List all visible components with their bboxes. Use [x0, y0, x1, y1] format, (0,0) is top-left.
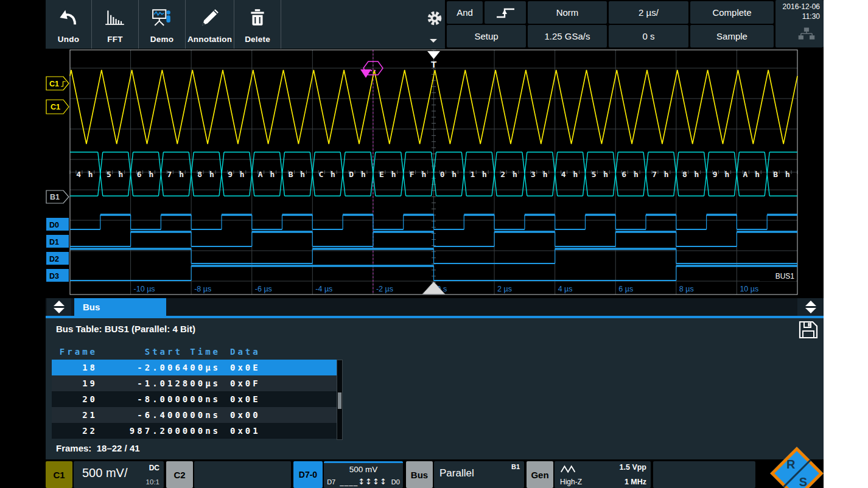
acquire-mode-cell[interactable]: Sample: [690, 25, 774, 47]
logo-letter-s: S: [799, 475, 807, 488]
bus-value-label: 8 h: [197, 170, 215, 179]
time-axis-label: 10 µs: [740, 285, 758, 293]
tab-collapse-button-left[interactable]: [47, 298, 71, 316]
bus-badge: B1: [511, 463, 520, 470]
bus-settings[interactable]: Parallel B1: [434, 461, 524, 488]
bus-value-label: 5 h: [107, 170, 124, 179]
bus-value-label: F h: [410, 170, 427, 179]
bus-value-label: 8 h: [682, 170, 700, 179]
gen-impedance: High-Z: [560, 478, 582, 486]
bus-table: FrameStart TimeData18-2.006400µs0x0E19-1…: [52, 344, 343, 439]
undo-button[interactable]: Undo: [46, 0, 92, 49]
time-axis-label: 4 µs: [558, 285, 573, 293]
horizontal-position-cell[interactable]: 0 s: [609, 25, 688, 47]
c2-settings[interactable]: [194, 461, 291, 488]
tab-bus[interactable]: Bus: [74, 298, 166, 316]
channel-status-bar: C1 500 mV/ DC 10:1 C2 D7-0 500 mV D7 ___…: [0, 461, 824, 488]
gen-button[interactable]: Gen: [527, 461, 553, 488]
table-row[interactable]: 19-1.012800µs0x0F: [52, 375, 343, 391]
waveform-display[interactable]: 4 h5 h6 h7 h8 h9 hA hB hC hD hE hF h0 h1…: [0, 49, 824, 297]
time-label: 11:30: [802, 12, 820, 22]
settings-gear-button[interactable]: [426, 10, 443, 28]
bus-value-label: A h: [743, 170, 761, 179]
bus-value-label: 1 h: [470, 170, 488, 179]
undo-icon: [46, 7, 91, 29]
trigger-logic-label: And: [457, 7, 473, 18]
svg-text:C1: C1: [51, 103, 60, 111]
result-tab-bar: Bus: [0, 297, 824, 318]
time-axis-label: 2 µs: [497, 285, 512, 293]
svg-text:C1: C1: [49, 80, 59, 88]
time-axis-label: -2 µs: [376, 285, 393, 293]
table-row[interactable]: 20-8.000000ns0x0E: [52, 391, 343, 407]
bus-button[interactable]: Bus: [406, 461, 433, 488]
fft-spectrum-icon: [92, 7, 138, 28]
bus-table-title: Bus Table: BUS1 (Parallel: 4 Bit): [56, 324, 195, 334]
toolbar-expand-caret-icon[interactable]: [430, 39, 437, 43]
bus-value-label: C h: [318, 170, 336, 179]
trigger-slope-cell[interactable]: [485, 1, 526, 24]
trigger-logic-cell[interactable]: And: [447, 1, 483, 24]
sample-rate-label: 1.25 GSa/s: [544, 31, 590, 41]
fft-label: FFT: [107, 35, 122, 44]
bus-value-label: B h: [773, 170, 791, 179]
bus-value-label: 4 h: [76, 170, 94, 179]
time-axis-label: -4 µs: [315, 285, 332, 293]
timebase-cell[interactable]: 2 µs/: [609, 1, 688, 24]
save-floppy-icon: [798, 320, 819, 340]
c1-settings[interactable]: 500 mV/ DC 10:1: [74, 461, 164, 488]
c1-coupling: DC: [149, 464, 159, 472]
table-row[interactable]: 22987.200000ns0x01: [52, 423, 343, 439]
sample-rate-cell[interactable]: 1.25 GSa/s: [528, 25, 607, 47]
bus-value-label: 3 h: [531, 170, 548, 179]
fft-button[interactable]: FFT: [92, 0, 139, 49]
timebase-label: 2 µs/: [639, 7, 659, 18]
acquire-mode-label: Sample: [716, 31, 747, 41]
tab-collapse-button-right[interactable]: [797, 298, 824, 316]
demo-button[interactable]: Demo: [139, 0, 186, 49]
svg-text:D0: D0: [49, 221, 59, 229]
gen-amplitude: 1.5 Vpp: [620, 463, 646, 472]
bus-name-label: BUS1: [775, 272, 795, 281]
table-scrollbar-thumb[interactable]: [338, 392, 341, 409]
bus-type: Parallel: [439, 467, 474, 479]
table-scrollbar[interactable]: [337, 360, 343, 440]
svg-text:D1: D1: [49, 238, 59, 246]
svg-text:D2: D2: [49, 255, 59, 263]
undo-label: Undo: [58, 35, 79, 44]
d70-settings[interactable]: 500 mV D7 ____↕↕↕↕ D0: [324, 461, 403, 488]
arrow-up-icon: [805, 301, 816, 306]
bus-value-label: 5 h: [592, 170, 609, 179]
c2-channel-button[interactable]: C2: [166, 461, 193, 488]
arrow-down-icon: [54, 308, 65, 313]
bus-value-label: 6 h: [621, 170, 639, 179]
gen-settings[interactable]: 1.5 Vpp High-Z 1 MHz: [555, 461, 651, 488]
arrow-up-icon: [54, 301, 65, 306]
delete-button[interactable]: Delete: [234, 0, 281, 49]
trigger-mode-cell[interactable]: Norm: [528, 1, 607, 24]
time-axis-label: 6 µs: [618, 285, 633, 293]
time-axis-label: -8 µs: [194, 285, 211, 293]
acquisition-status-cell[interactable]: Complete: [690, 1, 774, 24]
c1-label: C1: [53, 470, 65, 480]
gear-icon: [426, 10, 443, 27]
d70-scale: 500 mV: [324, 465, 403, 474]
c1-channel-button[interactable]: C1: [46, 461, 72, 488]
delete-trash-icon: [234, 7, 281, 28]
annotation-label: Annotation: [187, 35, 232, 44]
rising-edge-icon: [492, 5, 519, 21]
empty-status-slot: [653, 461, 755, 488]
table-row[interactable]: 21-6.400000ns0x00: [52, 407, 343, 423]
table-row[interactable]: 18-2.006400µs0x0E: [52, 360, 343, 375]
c1-scale: 500 mV/: [82, 466, 127, 480]
bus-table-panel: Bus Table: BUS1 (Parallel: 4 Bit) FrameS…: [46, 318, 824, 459]
save-button[interactable]: [798, 320, 821, 342]
trigger-setup-cell[interactable]: Setup: [447, 25, 526, 47]
tab-bus-label: Bus: [83, 302, 100, 312]
d70-channel-button[interactable]: D7-0: [293, 461, 323, 488]
d70-bit-activity-glyphs: ____↕↕↕↕: [340, 477, 387, 486]
acquisition-status-label: Complete: [712, 7, 751, 18]
trigger-setup-label: Setup: [474, 31, 498, 41]
annotation-button[interactable]: Annotation: [186, 0, 234, 49]
bus-value-label: 0 h: [440, 170, 458, 179]
